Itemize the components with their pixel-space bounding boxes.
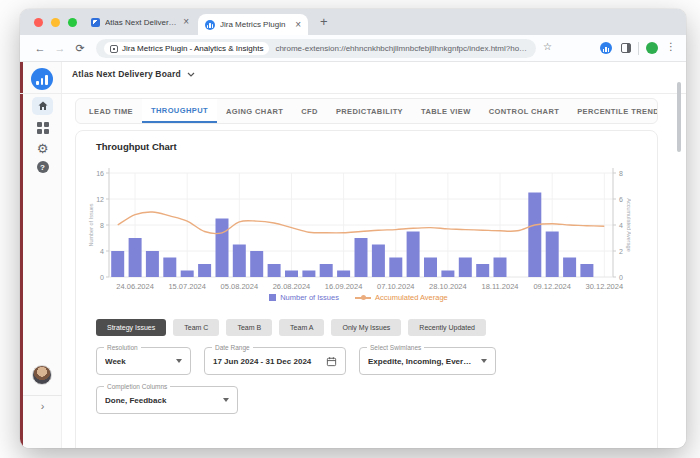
close-tab-icon[interactable]: × — [295, 20, 301, 30]
toolbar-divider — [638, 42, 639, 55]
filter-team-a[interactable]: Team A — [279, 319, 324, 336]
throughput-card: Throughput Chart 04812160246824.06.20241… — [75, 130, 658, 448]
svg-text:4: 4 — [619, 222, 623, 229]
extension-chip-label: Jira Metrics Plugin - Analytics & Insigh… — [122, 44, 263, 53]
calendar-icon — [326, 356, 337, 367]
home-icon — [37, 100, 49, 112]
browser-tab-jira-metrics[interactable]: Jira Metrics Plugin × — [198, 14, 308, 35]
svg-text:28.10.2024: 28.10.2024 — [429, 282, 467, 291]
svg-text:30.12.2024: 30.12.2024 — [586, 282, 624, 291]
svg-text:05.08.2024: 05.08.2024 — [221, 282, 259, 291]
field-label: Date Range — [212, 344, 253, 351]
metrics-tab-bar: LEAD TIMETHROUGHPUTAGING CHARTCFDPREDICT… — [75, 98, 658, 124]
svg-text:18.11.2024: 18.11.2024 — [482, 282, 519, 291]
window-close-button[interactable] — [34, 18, 43, 27]
forward-icon[interactable]: → — [50, 42, 70, 54]
plugin-tab-favicon — [205, 20, 215, 30]
tab-table-view[interactable]: TABLE VIEW — [412, 99, 480, 123]
filter-strategy-issues[interactable]: Strategy Issues — [96, 319, 166, 336]
extension-icon — [110, 45, 118, 53]
window-minimize-button[interactable] — [51, 18, 60, 27]
sidebar-item-boards[interactable] — [32, 119, 53, 137]
svg-text:15.07.2024: 15.07.2024 — [168, 282, 206, 291]
legend-label: Number of Issues — [280, 293, 339, 302]
desktop-background: Atlas Next Delivery Board - K × Jira Met… — [0, 0, 700, 458]
user-avatar[interactable] — [32, 365, 52, 385]
chart-title: Throughput Chart — [96, 141, 177, 152]
svg-text:24.06.2024: 24.06.2024 — [116, 282, 154, 291]
reload-icon[interactable]: ⟳ — [70, 42, 90, 55]
sidebar-item-settings[interactable]: ⚙ — [32, 139, 53, 157]
svg-text:Number of Issues: Number of Issues — [88, 203, 94, 246]
browser-tab-board[interactable]: Atlas Next Delivery Board - K × — [84, 9, 196, 35]
tab-control-chart[interactable]: CONTROL CHART — [480, 99, 568, 123]
bookmark-star-icon[interactable]: ☆ — [543, 42, 552, 52]
filter-recently-updated[interactable]: Recently Updated — [408, 319, 486, 336]
throughput-chart: 04812160246824.06.202415.07.202405.08.20… — [86, 159, 631, 301]
date-range-input[interactable]: Date Range 17 Jun 2024 - 31 Dec 2024 — [204, 347, 346, 375]
browser-tab-label: Atlas Next Delivery Board - K — [105, 18, 178, 27]
svg-text:09.12.2024: 09.12.2024 — [533, 282, 571, 291]
filter-team-b[interactable]: Team B — [226, 319, 272, 336]
svg-text:6: 6 — [619, 196, 623, 203]
dashboard-grid-icon — [37, 122, 49, 134]
field-value: Week — [105, 357, 170, 366]
help-icon: ? — [37, 161, 49, 173]
chevron-down-icon — [176, 359, 182, 363]
field-label: Completion Columns — [104, 383, 170, 390]
svg-text:12: 12 — [96, 196, 104, 203]
svg-text:8: 8 — [619, 170, 623, 177]
sidebar-divider — [23, 395, 62, 396]
filter-only-my-issues[interactable]: Only My Issues — [331, 319, 401, 336]
extension-name-chip[interactable]: Jira Metrics Plugin - Analytics & Insigh… — [104, 42, 269, 55]
tab-cfd[interactable]: CFD — [292, 99, 327, 123]
svg-text:07.10.2024: 07.10.2024 — [377, 282, 415, 291]
tab-throughput[interactable]: THROUGHPUT — [142, 99, 217, 123]
gear-icon: ⚙ — [37, 142, 49, 155]
svg-text:16.09.2024: 16.09.2024 — [325, 282, 363, 291]
browser-tab-strip: Atlas Next Delivery Board - K × Jira Met… — [20, 9, 686, 35]
side-panel-icon[interactable] — [621, 43, 631, 53]
board-tab-favicon — [91, 18, 100, 27]
legend-item-accumulated-average[interactable]: Accumulated Average — [355, 293, 448, 302]
browser-window: Atlas Next Delivery Board - K × Jira Met… — [20, 9, 686, 448]
legend-item-number-of-issues[interactable]: Number of Issues — [269, 293, 339, 302]
jira-metrics-extension-icon[interactable] — [600, 42, 612, 54]
tab-aging-chart[interactable]: AGING CHART — [217, 99, 292, 123]
svg-text:26.08.2024: 26.08.2024 — [273, 282, 311, 291]
url-text: chrome-extension://ehhncnkhbchjllmnbcfeb… — [275, 44, 528, 53]
svg-text:4: 4 — [100, 248, 104, 255]
browser-menu-icon[interactable]: ⋮ — [666, 41, 676, 52]
svg-text:0: 0 — [100, 274, 104, 281]
green-extension-icon[interactable] — [646, 42, 658, 54]
window-zoom-button[interactable] — [68, 18, 77, 27]
svg-text:0: 0 — [619, 274, 623, 281]
sidebar-item-help[interactable]: ? — [32, 158, 53, 176]
swimlanes-select[interactable]: Select Swimlanes Expedite, Incoming, Eve… — [359, 347, 496, 375]
board-selector[interactable]: Atlas Next Delivery Board — [72, 69, 195, 79]
bar-series-swatch — [269, 294, 276, 301]
app-logo-icon[interactable] — [31, 68, 53, 90]
sidebar-collapse-chevron-icon[interactable]: › — [23, 400, 62, 412]
back-icon[interactable]: ← — [30, 42, 50, 54]
app-content: ⚙ ? › Atlas Next Delivery Board LEAD TIM… — [20, 62, 686, 448]
address-bar[interactable]: Jira Metrics Plugin - Analytics & Insigh… — [96, 39, 536, 58]
field-label: Select Swimlanes — [367, 344, 424, 351]
tab-predictability[interactable]: PREDICTABILITY — [327, 99, 412, 123]
chart-legend: Number of Issues Accumulated Average — [86, 293, 631, 302]
scrollbar-thumb[interactable] — [677, 82, 681, 152]
chevron-down-icon — [481, 359, 487, 363]
close-tab-icon[interactable]: × — [183, 17, 189, 27]
tab-percentile-trend[interactable]: PERCENTILE TREND — [568, 99, 658, 123]
legend-label: Accumulated Average — [375, 293, 448, 302]
filter-team-c[interactable]: Team C — [173, 319, 219, 336]
quick-filters: Strategy IssuesTeam CTeam BTeam AOnly My… — [96, 319, 486, 336]
field-value: Done, Feedback — [105, 396, 217, 405]
svg-text:8: 8 — [100, 222, 104, 229]
resolution-select[interactable]: Resolution Week — [96, 347, 191, 375]
new-tab-button[interactable]: + — [320, 14, 328, 29]
tab-lead-time[interactable]: LEAD TIME — [80, 99, 142, 123]
svg-text:2: 2 — [619, 248, 623, 255]
sidebar-item-home[interactable] — [32, 97, 53, 115]
completion-columns-select[interactable]: Completion Columns Done, Feedback — [96, 386, 238, 414]
